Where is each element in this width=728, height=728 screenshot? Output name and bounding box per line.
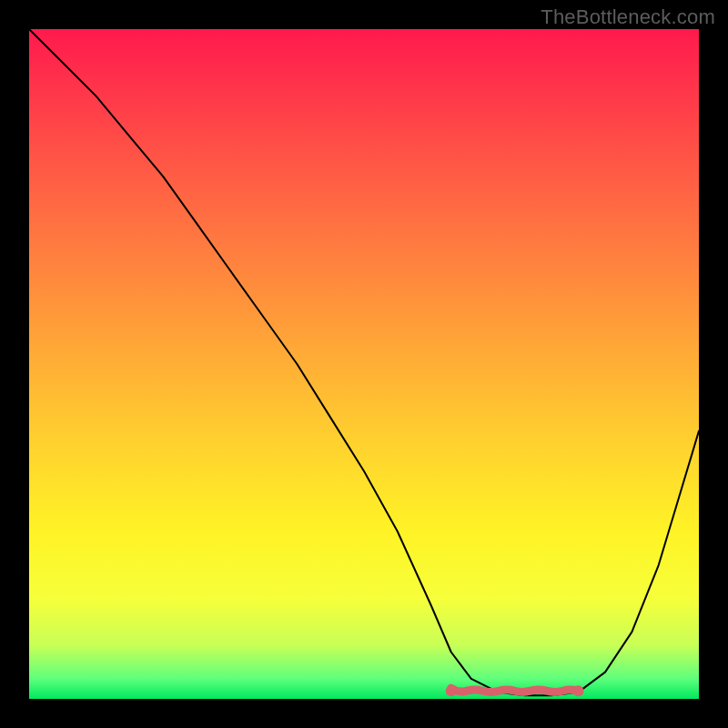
svg-point-1 <box>573 685 584 696</box>
curve-line <box>29 29 699 695</box>
chart-svg <box>29 29 699 699</box>
chart-frame: TheBottleneck.com <box>0 0 728 728</box>
svg-point-0 <box>446 685 457 696</box>
highlight-band <box>446 685 584 696</box>
watermark-text: TheBottleneck.com <box>541 5 715 29</box>
plot-area <box>29 29 699 699</box>
